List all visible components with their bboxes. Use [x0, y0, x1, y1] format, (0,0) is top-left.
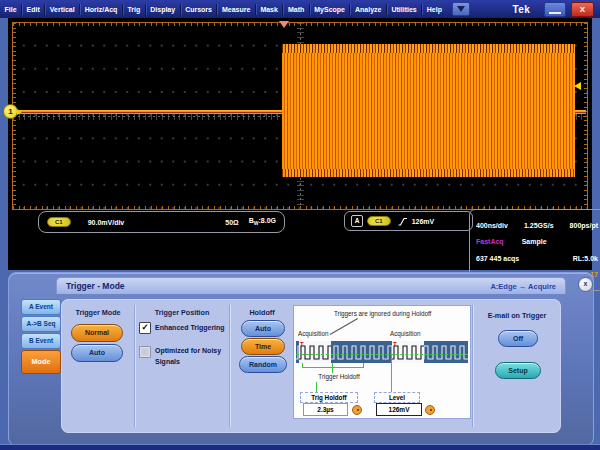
email-setup-button[interactable]: Setup	[495, 362, 541, 379]
trigger-mode-normal-button[interactable]: Normal	[71, 324, 123, 342]
termination: 50Ω	[225, 219, 238, 226]
trigger-readout: A C1 126mV	[344, 211, 473, 231]
email-heading: E-mail on Trigger	[473, 311, 561, 320]
menu-pointer-button[interactable]	[452, 2, 470, 16]
holdoff-diagram: Triggers are ignored during Holdoff Acqu…	[293, 305, 471, 419]
level-field[interactable]: 126mV	[376, 403, 422, 416]
menu-item-file[interactable]: File	[0, 6, 21, 13]
dialog-header: Trigger - Mode A:Edge → Acquire	[56, 277, 566, 294]
resolution: 800ps/pt	[570, 222, 598, 229]
multipurpose-knob-b-icon[interactable]	[425, 405, 435, 415]
pointer-icon	[457, 6, 465, 12]
acquisition-label-right: Acquisition	[390, 330, 420, 337]
oscilloscope-app: File Edit Vertical Horiz/Acq Trig Displa…	[0, 0, 600, 450]
menu-item-analyze[interactable]: Analyze	[350, 6, 385, 13]
acq-mode: Sample	[522, 238, 547, 245]
holdoff-band: T T	[296, 341, 468, 363]
level-dashed-line	[296, 354, 468, 355]
noisy-signals-label: Optimized for NoisySignals	[155, 346, 221, 367]
callout-leader-line	[330, 318, 358, 335]
menu-bar: File Edit Vertical Horiz/Acq Trig Displa…	[0, 0, 600, 18]
menu-item-utilities[interactable]: Utilities	[387, 6, 421, 13]
tab-a-b-seq[interactable]: A->B Seq	[21, 316, 61, 332]
menu-item-myscope[interactable]: MyScope	[310, 6, 350, 13]
timebase: 400ns/div	[476, 222, 508, 229]
vertical-scale: 90.0mV/div	[88, 219, 125, 226]
fastacq-label: FastAcq	[476, 238, 504, 245]
trigger-level-value: 126mV	[412, 218, 435, 225]
trigger-mode-auto-button[interactable]: Auto	[71, 344, 123, 362]
tab-a-event[interactable]: A Event	[21, 299, 61, 315]
channel-badge: C1	[47, 217, 71, 227]
channel-1-marker[interactable]: 1	[3, 104, 18, 119]
channel-readout: C1 90.0mV/div 50Ω BW:8.0G	[38, 211, 285, 233]
minimize-button[interactable]	[544, 2, 566, 17]
menu-item-measure[interactable]: Measure	[217, 6, 254, 13]
enhanced-triggering-label: Enhanced Triggering	[155, 322, 225, 333]
holdoff-time-button[interactable]: Time	[241, 338, 285, 355]
trigger-event-icon: T	[300, 341, 304, 348]
menu-item-horiz-acq[interactable]: Horiz/Acq	[80, 6, 122, 13]
dialog-content: Trigger Mode Normal Auto Trigger Positio…	[61, 299, 561, 433]
enhanced-triggering-row: ✓ Enhanced Triggering	[139, 322, 225, 334]
multipurpose-knob-a-icon[interactable]	[352, 405, 362, 415]
tab-b-event[interactable]: B Event	[21, 333, 61, 349]
scope-display: 1 C1 90.0mV/div 50Ω BW:8.0G A C1 126mV 4…	[8, 18, 592, 270]
trigger-source-badge: A	[351, 215, 363, 227]
tek-logo: Tek	[513, 4, 544, 15]
acq-count: 637 445 acqs	[476, 255, 519, 262]
bandwidth: BW:8.0G	[249, 217, 276, 226]
bottom-strip	[0, 444, 600, 450]
menu-item-mask[interactable]: Mask	[256, 6, 283, 13]
menu-item-vertical[interactable]: Vertical	[45, 6, 79, 13]
trigger-channel-badge: C1	[367, 216, 391, 226]
menu-item-display[interactable]: Display	[146, 6, 180, 13]
close-button[interactable]: X	[571, 2, 594, 17]
dialog-title: Trigger - Mode	[57, 281, 125, 291]
trig-holdoff-field[interactable]: 2.3µs	[303, 403, 348, 416]
menu-item-help[interactable]: Help	[422, 6, 446, 13]
waveform-burst	[282, 44, 575, 177]
level-field-label: Level	[374, 392, 420, 403]
acquisition-window-right: T	[392, 341, 424, 363]
channel-arrow-icon	[17, 109, 22, 115]
holdoff-auto-button[interactable]: Auto	[241, 320, 285, 337]
tab-mode[interactable]: Mode	[21, 350, 61, 374]
trigger-holdoff-bracket-label: Trigger Holdoff	[302, 373, 376, 380]
menu-item-math[interactable]: Math	[283, 6, 308, 13]
rising-edge-icon	[397, 216, 408, 227]
sample-rate: 1.25GS/s	[524, 222, 554, 229]
trig-holdoff-field-label: Trig Holdoff	[300, 392, 358, 403]
holdoff-heading: Holdoff	[233, 308, 291, 317]
acquisition-window-left: T	[299, 341, 331, 363]
enhanced-triggering-checkbox[interactable]: ✓	[139, 322, 151, 334]
holdoff-random-button[interactable]: Random	[239, 356, 287, 373]
menu-item-edit[interactable]: Edit	[22, 6, 44, 13]
dialog-context: A:Edge → Acquire	[490, 282, 565, 291]
trigger-position-heading: Trigger Position	[139, 308, 225, 317]
trigger-event-icon: T	[393, 341, 397, 348]
email-off-button[interactable]: Off	[498, 330, 538, 347]
trigger-position-marker[interactable]	[279, 21, 289, 28]
noisy-signals-row: Optimized for NoisySignals	[139, 346, 221, 367]
record-length: RL:5.0k	[573, 255, 598, 262]
diagram-callout: Triggers are ignored during Holdoff	[334, 310, 468, 317]
menu-item-cursors[interactable]: Cursors	[181, 6, 217, 13]
acquisition-label-left: Acquisition	[298, 330, 328, 337]
noisy-signals-checkbox[interactable]	[139, 346, 151, 358]
trigger-mode-heading: Trigger Mode	[63, 308, 133, 317]
menu-item-trig[interactable]: Trig	[123, 6, 145, 13]
dialog-close-button[interactable]: x	[578, 277, 593, 292]
trigger-level-marker[interactable]	[574, 82, 581, 90]
minimize-icon	[549, 12, 561, 14]
trigger-mode-dialog: Trigger - Mode A:Edge → Acquire x A Even…	[8, 272, 594, 446]
